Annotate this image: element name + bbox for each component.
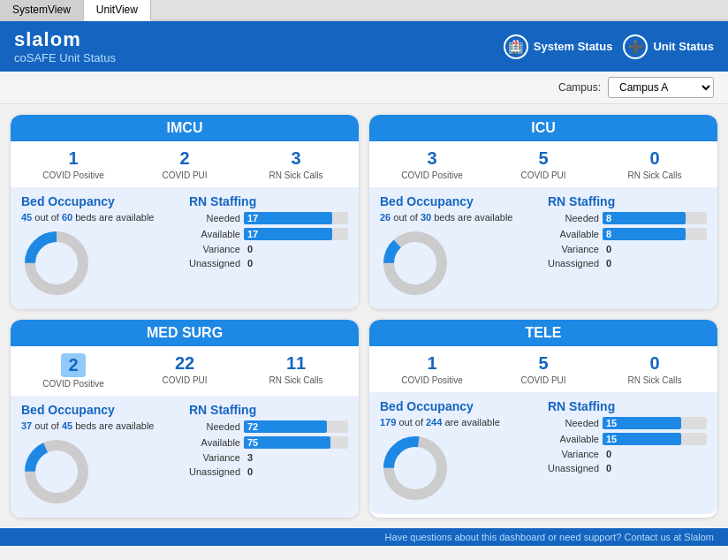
stat-label: COVID Positive — [378, 375, 486, 385]
stat-value: 0 — [601, 353, 709, 374]
staffing-label-icu-3: Unassigned — [548, 258, 599, 269]
bar-value-text-tele-3: 0 — [606, 463, 611, 473]
stat-item-medsurg-2: 11RN Sick Calls — [242, 353, 350, 389]
staffing-row-tele-3: Unassigned0 — [548, 463, 707, 473]
staffing-label-icu-2: Variance — [548, 244, 599, 254]
donut-medsurg — [21, 436, 92, 507]
system-status-button[interactable]: 🏥 System Status — [504, 34, 613, 59]
unit-header-icu: ICU — [369, 115, 717, 141]
stat-item-medsurg-0: 2COVID Positive — [19, 353, 127, 389]
bed-section-icu: Bed Occupancy26 out of 30 beds are avail… — [380, 194, 539, 299]
staffing-row-imcu-0: Needed17 — [189, 212, 348, 224]
unit-card-icu: ICU3COVID Positive5COVID PUI0RN Sick Cal… — [369, 115, 717, 309]
tab-unitview[interactable]: UnitView — [84, 0, 151, 21]
donut-tele — [380, 433, 451, 503]
staffing-label-tele-0: Needed — [548, 418, 599, 428]
bed-title-tele: Bed Occupancy — [380, 399, 539, 413]
staffing-row-imcu-2: Variance0 — [189, 244, 348, 254]
logo-area: slalom coSAFE Unit Status — [14, 28, 116, 64]
stats-row-medsurg: 2COVID Positive22COVID PUI11RN Sick Call… — [11, 346, 359, 396]
bed-section-imcu: Bed Occupancy45 out of 60 beds are avail… — [21, 194, 180, 299]
stat-item-tele-2: 0RN Sick Calls — [601, 353, 709, 385]
bar-container-icu-1: 8 — [603, 228, 707, 240]
stats-row-tele: 1COVID Positive5COVID PUI0RN Sick Calls — [369, 346, 717, 392]
logo: slalom — [14, 28, 116, 51]
staffing-section-medsurg: RN StaffingNeeded72Available75Variance3U… — [189, 403, 348, 507]
card-body-medsurg: Bed Occupancy37 out of 45 beds are avail… — [11, 396, 359, 518]
campus-select[interactable]: Campus A Campus B Campus C — [608, 77, 714, 98]
bed-title-icu: Bed Occupancy — [380, 194, 539, 208]
stat-item-tele-1: 5COVID PUI — [489, 353, 597, 385]
bar-value-imcu-0: 17 — [244, 212, 258, 224]
staffing-label-tele-3: Unassigned — [548, 463, 599, 473]
staffing-section-icu: RN StaffingNeeded8Available8Variance0Una… — [548, 194, 707, 299]
stat-label: COVID PUI — [131, 375, 239, 385]
bar-value-tele-1: 15 — [603, 433, 617, 445]
bar-container-icu-0: 8 — [603, 212, 707, 224]
bar-container-imcu-1: 17 — [244, 228, 348, 240]
staffing-row-icu-3: Unassigned0 — [548, 258, 707, 269]
stat-label: COVID PUI — [131, 170, 239, 180]
campus-label: Campus: — [558, 81, 601, 94]
stats-row-icu: 3COVID Positive5COVID PUI0RN Sick Calls — [369, 141, 717, 187]
staffing-label-medsurg-2: Variance — [189, 452, 240, 463]
bar-value-text-tele-2: 0 — [606, 449, 611, 459]
staffing-label-medsurg-3: Unassigned — [189, 466, 240, 477]
card-body-icu: Bed Occupancy26 out of 30 beds are avail… — [369, 187, 717, 309]
header-buttons: 🏥 System Status ➕ Unit Status — [504, 34, 714, 59]
stat-value: 5 — [489, 148, 597, 169]
unit-header-imcu: IMCU — [11, 115, 359, 141]
staffing-label-medsurg-0: Needed — [189, 421, 240, 432]
card-body-tele: Bed Occupancy179 out of 244 are availabl… — [369, 392, 717, 514]
bar-value-text-medsurg-2: 3 — [247, 452, 253, 463]
bar-value-tele-0: 15 — [603, 417, 617, 429]
donut-imcu — [21, 228, 92, 299]
staffing-row-icu-2: Variance0 — [548, 244, 707, 254]
stat-label: COVID PUI — [489, 170, 597, 180]
bar-value-medsurg-1: 75 — [244, 436, 258, 449]
header: slalom coSAFE Unit Status 🏥 System Statu… — [0, 21, 728, 72]
footer-text: Have questions about this dashboard or n… — [385, 532, 714, 542]
app-subtitle: coSAFE Unit Status — [14, 51, 116, 64]
staffing-row-imcu-3: Unassigned0 — [189, 258, 348, 269]
staffing-row-imcu-1: Available17 — [189, 228, 348, 240]
staffing-title-tele: RN Staffing — [548, 399, 707, 413]
bed-section-medsurg: Bed Occupancy37 out of 45 beds are avail… — [21, 403, 180, 507]
bar-container-imcu-0: 17 — [244, 212, 348, 224]
unit-status-icon: ➕ — [623, 34, 648, 59]
staffing-label-imcu-2: Variance — [189, 244, 240, 254]
staffing-row-medsurg-1: Available75 — [189, 436, 348, 449]
unit-status-button[interactable]: ➕ Unit Status — [623, 34, 714, 59]
staffing-label-imcu-0: Needed — [189, 213, 240, 223]
stat-label: COVID Positive — [19, 379, 127, 389]
stat-label: RN Sick Calls — [242, 170, 350, 180]
donut-icu — [380, 228, 451, 299]
bed-title-medsurg: Bed Occupancy — [21, 403, 180, 417]
staffing-row-tele-1: Available15 — [548, 433, 707, 445]
stat-value: 3 — [242, 148, 350, 169]
staffing-label-tele-1: Available — [548, 434, 599, 444]
bed-subtitle-imcu: 45 out of 60 beds are available — [21, 212, 180, 223]
bar-value-medsurg-0: 72 — [244, 420, 258, 433]
tab-systemview[interactable]: SystemView — [0, 0, 84, 19]
stat-value: 2 — [61, 353, 85, 377]
staffing-row-medsurg-3: Unassigned0 — [189, 466, 348, 477]
stat-value: 1 — [378, 353, 486, 374]
stat-label: RN Sick Calls — [242, 375, 350, 385]
main-grid: IMCU1COVID Positive2COVID PUI3RN Sick Ca… — [0, 104, 728, 528]
stat-value: 0 — [601, 148, 709, 169]
bar-value-text-medsurg-3: 0 — [247, 466, 253, 477]
card-body-imcu: Bed Occupancy45 out of 60 beds are avail… — [11, 187, 359, 309]
stats-row-imcu: 1COVID Positive2COVID PUI3RN Sick Calls — [11, 141, 359, 187]
unit-header-medsurg: MED SURG — [11, 320, 359, 346]
stat-item-imcu-0: 1COVID Positive — [19, 148, 127, 180]
stat-item-icu-0: 3COVID Positive — [378, 148, 486, 180]
staffing-section-tele: RN StaffingNeeded15Available15Variance0U… — [548, 399, 707, 503]
footer: Have questions about this dashboard or n… — [0, 528, 728, 546]
bar-container-medsurg-0: 72 — [244, 420, 348, 433]
bar-value-text-imcu-3: 0 — [247, 258, 253, 269]
staffing-row-medsurg-2: Variance3 — [189, 452, 348, 463]
staffing-row-medsurg-0: Needed72 — [189, 420, 348, 433]
bar-value-icu-1: 8 — [603, 228, 611, 240]
bar-value-text-icu-2: 0 — [606, 244, 611, 254]
